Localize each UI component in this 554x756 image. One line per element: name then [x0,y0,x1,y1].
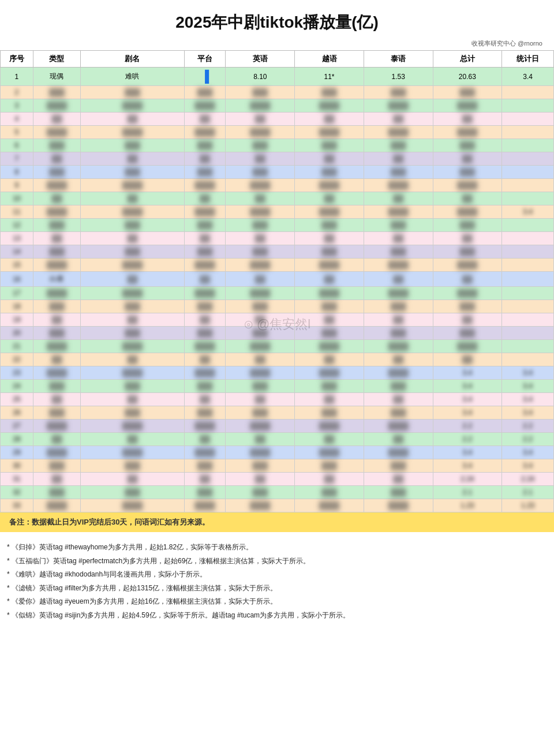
footnote-item: * 《似锦》英语tag #sijin为多方共用，起始4.59亿，实际等于所示。越… [7,609,547,622]
table-cell: 2.2 [502,420,554,433]
table-cell: ██ [364,473,433,486]
table-cell: 5 [1,126,33,139]
table-cell: ████ [226,99,295,113]
table-cell: ██ [433,353,502,366]
table-cell: ███ [364,86,433,99]
table-cell: ████ [81,420,185,433]
col-header-plat: 平台 [184,51,226,68]
table-cell: 3.4 [502,393,554,406]
table-cell: ███ [226,219,295,232]
table-cell: ███ [433,219,502,232]
table-cell: ██ [184,232,226,245]
table-cell: ███ [295,86,364,99]
table-cell [502,232,554,245]
table-cell: 18 [1,300,33,313]
table-cell: ██ [433,313,502,327]
table-cell: 7 [1,152,33,166]
col-header-seq: 序号 [1,51,33,68]
table-cell [502,327,554,340]
table-cell: ██ [295,433,364,446]
table-cell: ███ [295,300,364,313]
table-cell: ████ [364,179,433,192]
table-cell: 28 [1,433,33,446]
table-cell: ████ [81,340,185,353]
table-row: 2█████████████████████ [1,86,554,99]
table-cell: ████ [226,366,295,380]
table-cell: ███ [184,459,226,473]
table-cell: 3.4 [433,380,502,393]
table-cell [502,166,554,179]
table-cell: ██ [295,152,364,166]
table-cell: 3.4 [502,68,554,86]
table-cell: ███ [33,327,80,340]
table-row: 28████████████2.22.2 [1,433,554,446]
table-cell [502,259,554,272]
table-cell: ███ [81,380,185,393]
table-cell: ███ [33,380,80,393]
table-cell: 2.1 [502,486,554,499]
table-row: 17████████████████████████████ [1,287,554,300]
table-cell: ██ [184,152,226,166]
table-cell: ████ [364,366,433,380]
blur-notice: 备注：数据截止日为VIP完结后30天，问语词汇如有另来源。 [0,512,554,532]
table-cell: ████ [184,126,226,139]
table-cell: ██ [433,232,502,245]
table-cell: ███ [226,139,295,152]
table-cell: ██ [184,272,226,287]
table-cell: 15 [1,259,33,272]
col-header-total: 总计 [433,51,502,68]
table-row: 22██████████████ [1,353,554,366]
table-cell: ██ [184,473,226,486]
table-cell: ████ [33,259,80,272]
table-cell: ███ [364,380,433,393]
table-cell: 31 [1,473,33,486]
table-cell: 4 [1,113,33,126]
table-cell [502,300,554,313]
table-cell: 2.24 [433,473,502,486]
table-cell: ███ [433,327,502,340]
table-cell: 14 [1,245,33,259]
table-cell: ███ [81,459,185,473]
table-cell: ████ [33,205,80,219]
table-cell: ████ [364,446,433,459]
table-cell: ████ [184,340,226,353]
table-cell: ████ [433,179,502,192]
table-cell: ███ [184,406,226,420]
table-cell: ████ [81,259,185,272]
table-cell [502,245,554,259]
table-cell: ████ [81,499,185,512]
table-cell [502,179,554,192]
table-cell: 30 [1,459,33,473]
table-cell: ██ [226,473,295,486]
table-cell: 3.4 [502,366,554,380]
table-cell: ██ [433,113,502,126]
table-cell: ██ [184,313,226,327]
table-row: 15████████████████████████████ [1,259,554,272]
table-cell: ███ [295,245,364,259]
table-cell [502,340,554,353]
col-header-name: 剧名 [81,51,185,68]
col-header-thai: 泰语 [364,51,433,68]
table-cell: ███ [184,139,226,152]
table-cell: ████ [433,287,502,300]
table-cell: 22 [1,353,33,366]
table-cell: 10 [1,192,33,205]
table-cell: ███ [433,139,502,152]
table-cell: ███ [364,300,433,313]
table-row: 20█████████████████████ [1,327,554,340]
table-cell: ███ [226,380,295,393]
table-row: 11████████████████████████████3.4 [1,205,554,219]
table-row: 5████████████████████████████ [1,126,554,139]
table-cell: 16 [1,272,33,287]
table-cell: ███ [364,166,433,179]
table-cell: ███ [33,459,80,473]
footnote-item: * 《五福临门》英语tag #perfectmatch为多方共用，起始69亿，涨… [7,555,547,568]
table-cell: ███ [184,219,226,232]
table-cell: ██ [33,393,80,406]
table-cell: ████ [433,205,502,219]
table-cell: ███ [226,245,295,259]
table-cell: ████ [433,126,502,139]
table-cell: ███ [81,219,185,232]
table-cell: 1.23 [502,499,554,512]
table-cell: ███ [184,166,226,179]
